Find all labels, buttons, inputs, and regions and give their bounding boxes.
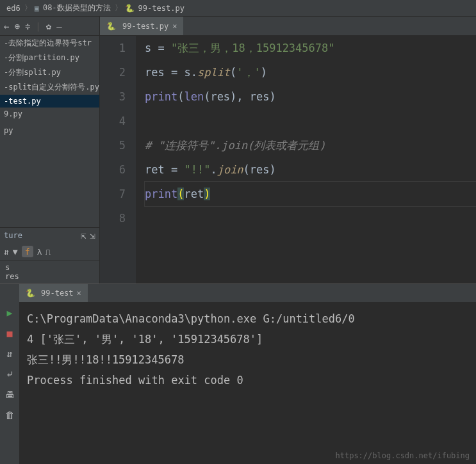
sort-icon[interactable]: ⇵: [4, 247, 9, 257]
code-line: print(len(res), res): [145, 84, 476, 109]
code-line: res = s.split('，'): [145, 60, 476, 84]
layout-icon[interactable]: ⇵: [6, 348, 12, 360]
stop-icon[interactable]: ■: [6, 328, 12, 339]
output-line: Process finished with exit code 0: [27, 370, 468, 390]
fields-icon[interactable]: f: [22, 246, 33, 257]
file-item[interactable]: -split自定义分割符号.py: [0, 80, 99, 95]
code-content[interactable]: s = "张三，男，18，15912345678" res = s.split(…: [136, 36, 476, 284]
line-number: 6: [100, 157, 126, 182]
back-icon[interactable]: ←: [4, 21, 9, 31]
output-line: 张三!!男!!18!!15912345678: [27, 349, 468, 370]
structure-header[interactable]: ture ⇱ ⇲: [0, 227, 99, 243]
file-item[interactable]: 9.py: [0, 108, 99, 120]
output-line: C:\ProgramData\Anaconda3\python.exe G:/u…: [27, 308, 468, 329]
lambda-icon[interactable]: λ: [37, 247, 42, 257]
breadcrumb-file[interactable]: 99-test.py: [137, 4, 186, 13]
print-icon[interactable]: 🖶: [5, 389, 15, 401]
gutter: 1 2 3 4 5 6 7 8: [100, 36, 136, 284]
file-item[interactable]: -分割partition.py: [0, 51, 99, 65]
tab-label: 99-test.py: [122, 22, 168, 31]
sidebar: ← ⊕ ≑ | ✿ — -去除指定的边界符号str -分割partition.p…: [0, 17, 100, 284]
file-item[interactable]: py: [0, 124, 99, 137]
structure-toolbar: ⇵ ▼ f λ ⎍: [0, 243, 99, 260]
output-line: 4 ['张三', '男', '18', '15912345678']: [27, 329, 468, 349]
vars-section: s res: [0, 260, 99, 284]
line-number: 3: [100, 84, 126, 109]
line-number: 8: [100, 206, 126, 230]
expand-icon[interactable]: ⇱: [81, 230, 86, 241]
console: ▶ ■ ⇵ ⤶ 🖶 🗑 🐍 99-test × C:\ProgramData\A…: [0, 284, 476, 464]
folder-icon: ▣: [35, 4, 39, 13]
gear-icon[interactable]: ✿: [46, 21, 51, 31]
code-area[interactable]: 1 2 3 4 5 6 7 8 s = "张三，男，18，15912345678…: [100, 36, 476, 284]
close-icon[interactable]: ×: [77, 289, 81, 298]
divider: |: [35, 21, 40, 31]
code-line: [145, 206, 476, 230]
python-icon: 🐍: [26, 289, 35, 298]
chevron-icon: 〉: [112, 3, 125, 13]
collapse-icon[interactable]: ⇲: [90, 230, 95, 241]
sidebar-toolbar: ← ⊕ ≑ | ✿ —: [0, 17, 99, 36]
var-item[interactable]: s: [5, 263, 94, 272]
breadcrumb-root[interactable]: ed6: [5, 4, 22, 13]
console-tab[interactable]: 🐍 99-test ×: [19, 284, 88, 302]
line-number: 1: [100, 36, 126, 60]
code-line: ret = "!!".join(res): [145, 157, 476, 182]
trash-icon[interactable]: 🗑: [5, 410, 15, 421]
line-number: 2: [100, 60, 126, 84]
tab-bar: 🐍 99-test.py ×: [100, 17, 476, 36]
minimize-icon[interactable]: —: [56, 21, 62, 31]
collapse-icon[interactable]: ≑: [25, 21, 30, 31]
console-tab-label: 99-test: [41, 289, 74, 298]
console-tab-bar: 🐍 99-test ×: [19, 284, 476, 302]
console-output[interactable]: C:\ProgramData\Anaconda3\python.exe G:/u…: [19, 302, 476, 464]
file-item[interactable]: -去除指定的边界符号str: [0, 36, 99, 51]
code-line: [145, 109, 476, 133]
python-icon: 🐍: [106, 22, 116, 31]
line-number: 7: [100, 182, 126, 206]
file-item-selected[interactable]: -test.py: [0, 95, 99, 108]
editor-tab[interactable]: 🐍 99-test.py ×: [100, 17, 183, 35]
wrap-icon[interactable]: ⤶: [6, 369, 14, 380]
file-item[interactable]: -分割split.py: [0, 65, 99, 80]
close-icon[interactable]: ×: [172, 22, 177, 31]
rerun-icon[interactable]: ▶: [6, 307, 12, 319]
code-line: s = "张三，男，18，15912345678": [145, 36, 476, 60]
code-line-active: print(ret): [145, 182, 476, 206]
filter-icon[interactable]: ▼: [13, 247, 18, 257]
editor: 🐍 99-test.py × 1 2 3 4 5 6 7 8 s = "张三，男…: [100, 17, 476, 284]
line-number: 4: [100, 109, 126, 133]
line-number: 5: [100, 133, 126, 157]
tree-icon[interactable]: ⎍: [45, 247, 51, 257]
python-icon: 🐍: [125, 4, 135, 13]
chevron-icon: 〉: [22, 3, 35, 13]
breadcrumb-folder[interactable]: 08-数据类型的方法: [42, 3, 112, 13]
console-toolbar: ▶ ■ ⇵ ⤶ 🖶 🗑: [0, 284, 19, 464]
code-line: # "连接符号".join(列表或者元组): [145, 133, 476, 157]
structure-label: ture: [4, 231, 22, 240]
watermark: https://blog.csdn.net/ifubing: [335, 451, 470, 460]
target-icon[interactable]: ⊕: [14, 21, 19, 31]
breadcrumb: ed6 〉 ▣ 08-数据类型的方法 〉 🐍 99-test.py: [0, 0, 476, 17]
var-item[interactable]: res: [5, 272, 94, 281]
file-list: -去除指定的边界符号str -分割partition.py -分割split.p…: [0, 36, 99, 227]
